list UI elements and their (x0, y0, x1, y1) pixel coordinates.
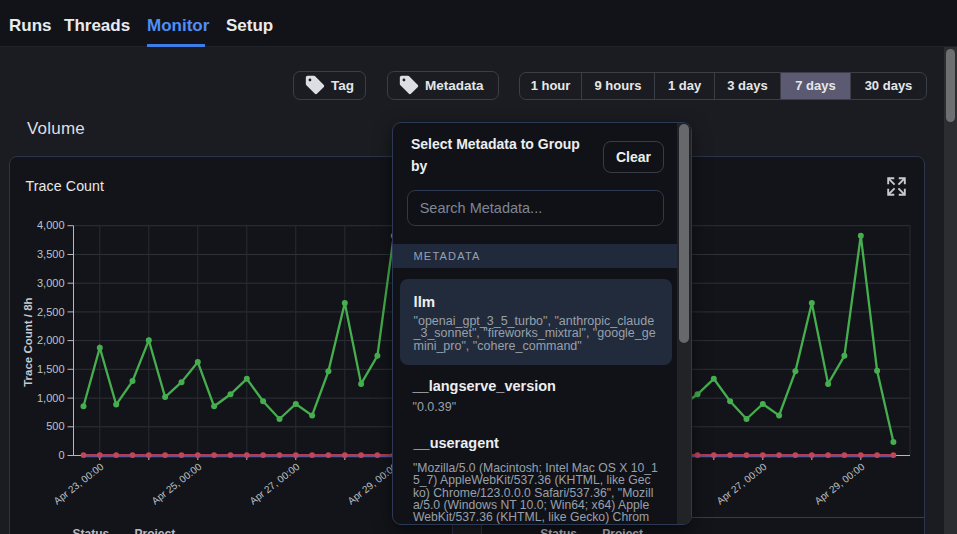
svg-text:Trace Count / 8h: Trace Count / 8h (22, 297, 34, 386)
svg-text:3,500: 3,500 (36, 248, 64, 260)
svg-text:Apr 23, 00:00: Apr 23, 00:00 (51, 460, 105, 506)
svg-text:4,000: 4,000 (36, 219, 64, 231)
svg-text:Apr 25, 00:00: Apr 25, 00:00 (149, 460, 203, 506)
svg-text:Apr 29, 00:00: Apr 29, 00:00 (812, 460, 866, 506)
svg-text:500: 500 (46, 420, 64, 432)
svg-text:2,500: 2,500 (36, 305, 64, 317)
svg-text:2,000: 2,000 (36, 334, 64, 346)
svg-text:1,500: 1,500 (36, 362, 64, 374)
svg-text:0: 0 (58, 449, 64, 461)
svg-text:Apr 27, 00:00: Apr 27, 00:00 (247, 460, 301, 506)
svg-text:Apr 27, 00:00: Apr 27, 00:00 (714, 460, 768, 506)
svg-text:1,000: 1,000 (36, 391, 64, 403)
svg-text:3,000: 3,000 (36, 276, 64, 288)
